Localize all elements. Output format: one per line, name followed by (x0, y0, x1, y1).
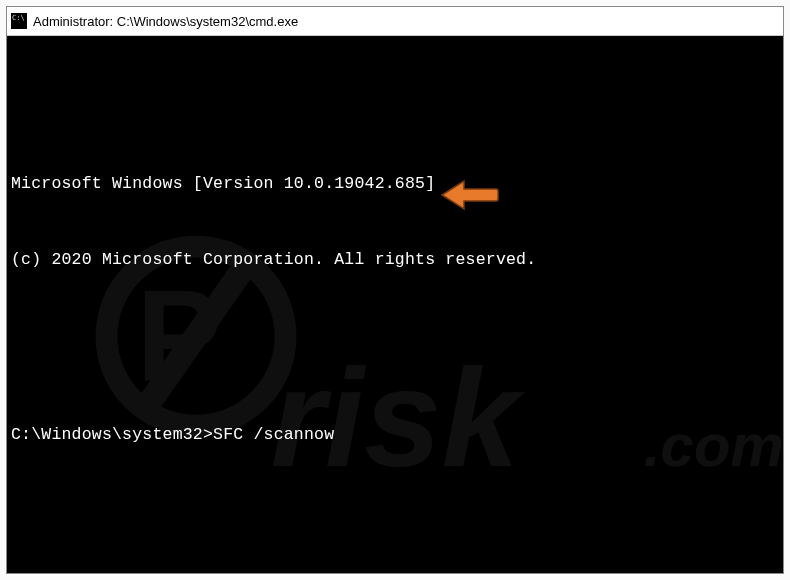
cmd-window: Administrator: C:\Windows\system32\cmd.e… (6, 6, 784, 574)
terminal-line-copyright: (c) 2020 Microsoft Corporation. All righ… (11, 247, 779, 272)
blank-line (11, 497, 779, 522)
cmd-icon (11, 13, 27, 29)
typed-command: SFC /scannow (213, 422, 334, 447)
terminal-line-version: Microsoft Windows [Version 10.0.19042.68… (11, 171, 779, 196)
svg-text:risk: risk (271, 340, 526, 496)
blank-line (11, 322, 779, 347)
prompt-path: C:\Windows\system32> (11, 422, 213, 447)
terminal-area[interactable]: risk .com P Microsoft Windows [Version 1… (7, 36, 783, 573)
prompt-line-1: C:\Windows\system32>SFC /scannow (11, 422, 779, 447)
window-title: Administrator: C:\Windows\system32\cmd.e… (33, 14, 298, 29)
titlebar[interactable]: Administrator: C:\Windows\system32\cmd.e… (7, 7, 783, 36)
annotation-arrow-icon (379, 154, 500, 244)
